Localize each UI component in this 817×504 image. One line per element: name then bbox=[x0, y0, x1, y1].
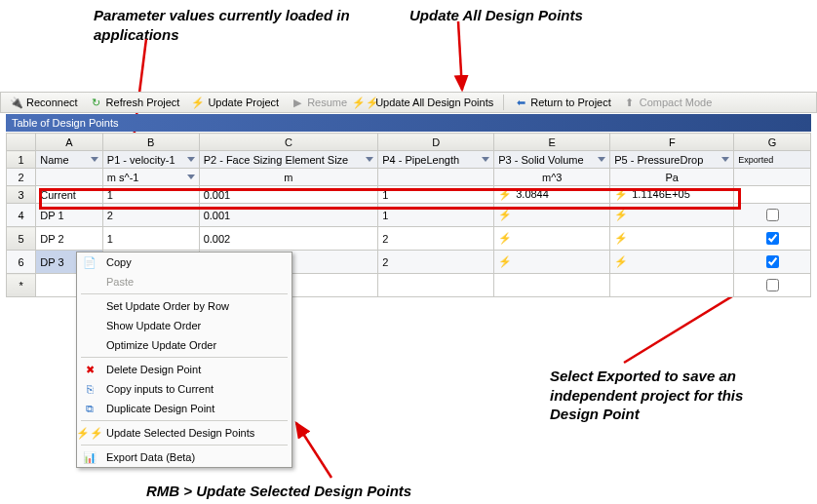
cell-d[interactable]: 1 bbox=[378, 204, 494, 227]
thunder-icon: ⚡ bbox=[614, 188, 628, 200]
back-arrow-icon: ⬅ bbox=[514, 96, 527, 109]
p3-header[interactable]: P3 - Solid Volume bbox=[494, 151, 610, 169]
cell-exported[interactable] bbox=[734, 274, 811, 297]
delete-icon: ✖ bbox=[81, 364, 98, 376]
dropdown-icon bbox=[721, 157, 729, 162]
exported-checkbox[interactable] bbox=[766, 232, 779, 245]
resume-button[interactable]: ▶ Resume bbox=[286, 93, 352, 112]
reconnect-button[interactable]: 🔌 Reconnect bbox=[5, 93, 83, 112]
units-e: m^3 bbox=[494, 169, 610, 186]
p4-header[interactable]: P4 - PipeLength bbox=[378, 151, 494, 169]
col-g-header[interactable]: G bbox=[734, 134, 811, 151]
p2-header[interactable]: P2 - Face Sizing Element Size bbox=[199, 151, 378, 169]
cm-set-update-order[interactable]: Set Update Order by Row bbox=[77, 296, 292, 316]
dropdown-icon bbox=[598, 157, 605, 162]
cell-exported[interactable] bbox=[734, 227, 811, 251]
cell-f bbox=[610, 274, 734, 297]
cell-d[interactable]: 2 bbox=[378, 227, 494, 251]
units-f: Pa bbox=[610, 169, 734, 186]
row-num: * bbox=[7, 274, 36, 297]
cell-b[interactable]: 1 bbox=[102, 227, 199, 251]
cell-exported[interactable] bbox=[734, 251, 811, 274]
copy-icon: 📄 bbox=[81, 256, 98, 269]
cell-d[interactable] bbox=[378, 274, 494, 297]
col-d-header[interactable]: D bbox=[378, 134, 494, 151]
row-name[interactable]: DP 1 bbox=[36, 204, 103, 227]
cell-f: ⚡ bbox=[610, 204, 734, 227]
thunder-icon: ⚡ bbox=[498, 232, 512, 244]
cell-e: ⚡ bbox=[494, 251, 610, 274]
cell-c[interactable]: 0.001 bbox=[199, 186, 378, 204]
cm-duplicate-dp[interactable]: ⧉Duplicate Design Point bbox=[77, 399, 292, 418]
table-row-current[interactable]: 3 Current 1 0.001 1 ⚡3.0844 ⚡1.1146E+05 bbox=[7, 186, 811, 204]
cell-b[interactable]: 1 bbox=[102, 186, 199, 204]
cm-show-update-order[interactable]: Show Update Order bbox=[77, 316, 292, 335]
table-row[interactable]: 4 DP 1 2 0.001 1 ⚡ ⚡ bbox=[7, 204, 811, 227]
exported-checkbox[interactable] bbox=[766, 209, 779, 221]
update-all-dp-button[interactable]: ⚡⚡ Update All Design Points bbox=[354, 93, 498, 112]
units-g bbox=[734, 169, 811, 186]
name-col-header[interactable]: Name bbox=[36, 151, 103, 169]
row-name[interactable]: DP 2 bbox=[36, 227, 103, 251]
thunder-icon: ⚡ bbox=[498, 209, 512, 220]
cm-update-selected-dp[interactable]: ⚡⚡Update Selected Design Points bbox=[77, 423, 292, 443]
update-project-button[interactable]: ⚡ Update Project bbox=[186, 93, 284, 112]
cell-d[interactable]: 2 bbox=[378, 251, 494, 274]
compact-mode-button[interactable]: ⬆ Compact Mode bbox=[618, 93, 718, 112]
exported-checkbox[interactable] bbox=[766, 279, 779, 291]
cell-e bbox=[494, 274, 610, 297]
cell-exported bbox=[734, 186, 811, 204]
row1-num: 1 bbox=[7, 151, 36, 169]
cell-exported[interactable] bbox=[734, 204, 811, 227]
thunder-icon: ⚡ bbox=[614, 255, 628, 267]
cell-f: ⚡ bbox=[610, 251, 734, 274]
thunder-icon: ⚡ bbox=[191, 96, 205, 109]
duplicate-icon: ⧉ bbox=[81, 403, 98, 415]
cell-b[interactable]: 2 bbox=[102, 204, 199, 227]
col-a-header[interactable]: A bbox=[36, 134, 103, 151]
update-label: Update Project bbox=[208, 97, 279, 108]
cell-c[interactable]: 0.001 bbox=[199, 204, 378, 227]
dropdown-icon bbox=[366, 157, 373, 162]
col-f-header[interactable]: F bbox=[610, 134, 734, 151]
exported-checkbox[interactable] bbox=[766, 255, 779, 268]
export-icon: 📊 bbox=[81, 451, 98, 464]
compact-icon: ⬆ bbox=[623, 96, 637, 109]
return-to-project-button[interactable]: ⬅ Return to Project bbox=[509, 93, 616, 112]
cell-f: ⚡1.1146E+05 bbox=[610, 186, 734, 204]
cm-paste[interactable]: Paste bbox=[77, 272, 292, 291]
cm-delete-dp[interactable]: ✖Delete Design Point bbox=[77, 360, 292, 379]
resume-icon: ▶ bbox=[291, 96, 304, 109]
dropdown-icon bbox=[482, 157, 489, 162]
thunder-multi-icon: ⚡⚡ bbox=[359, 96, 372, 109]
cm-separator bbox=[81, 357, 288, 358]
cm-export-data[interactable]: 📊Export Data (Beta) bbox=[77, 447, 292, 467]
units-b[interactable]: m s^-1 bbox=[102, 169, 199, 186]
corner-cell bbox=[7, 134, 36, 151]
table-title-bar: Table of Design Points bbox=[6, 114, 811, 132]
col-c-header[interactable]: C bbox=[199, 134, 378, 151]
row-name[interactable]: Current bbox=[36, 186, 103, 204]
refresh-label: Refresh Project bbox=[106, 97, 180, 108]
p5-header[interactable]: P5 - PressureDrop bbox=[610, 151, 734, 169]
cell-c[interactable]: 0.002 bbox=[199, 227, 378, 251]
units-name bbox=[36, 169, 103, 186]
p1-header[interactable]: P1 - velocity-1 bbox=[102, 151, 199, 169]
resume-label: Resume bbox=[307, 97, 347, 108]
col-b-header[interactable]: B bbox=[102, 134, 199, 151]
cm-copy[interactable]: 📄Copy bbox=[77, 252, 292, 272]
cell-d[interactable]: 1 bbox=[378, 186, 494, 204]
exported-header[interactable]: Exported bbox=[734, 151, 811, 169]
cm-optimize-update-order[interactable]: Optimize Update Order bbox=[77, 335, 292, 355]
row-num: 5 bbox=[7, 227, 36, 251]
reconnect-icon: 🔌 bbox=[10, 96, 23, 109]
arrow-update-all bbox=[448, 21, 487, 101]
table-row[interactable]: 5 DP 2 1 0.002 2 ⚡ ⚡ bbox=[7, 227, 811, 251]
refresh-project-button[interactable]: ↻ Refresh Project bbox=[85, 93, 185, 112]
svg-line-3 bbox=[296, 423, 331, 478]
column-header-row: A B C D E F G bbox=[7, 134, 811, 151]
annotation-update-all: Update All Design Points bbox=[409, 6, 624, 25]
cm-copy-inputs[interactable]: ⎘Copy inputs to Current bbox=[77, 379, 292, 399]
col-e-header[interactable]: E bbox=[494, 134, 610, 151]
update-all-label: Update All Design Points bbox=[375, 97, 493, 108]
